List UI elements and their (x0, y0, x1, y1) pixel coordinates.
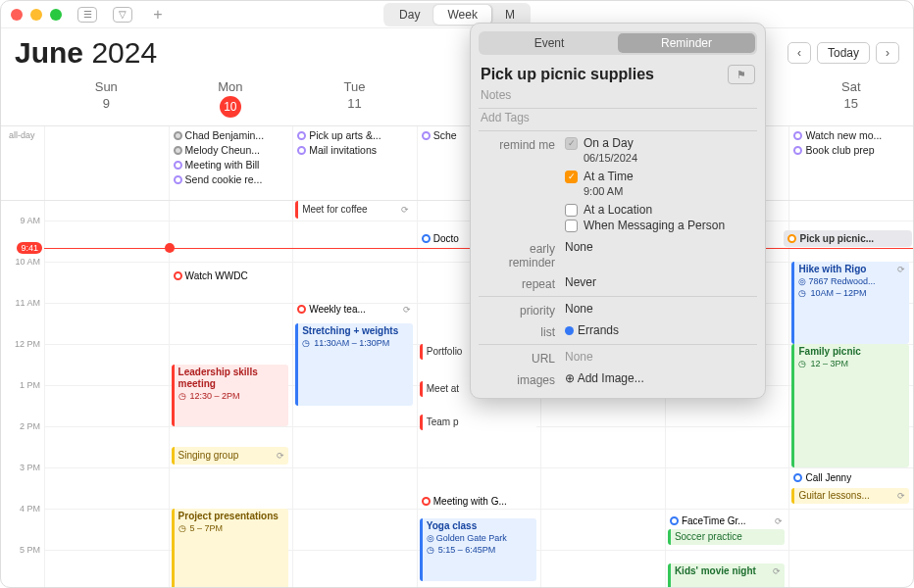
reminder-pickup-picnic[interactable]: Pick up picnic... (784, 230, 912, 247)
zoom-window-button[interactable] (50, 9, 62, 21)
event-soccer[interactable]: Soccer practice (668, 529, 786, 545)
today-button[interactable]: Today (817, 42, 870, 64)
day-header-today[interactable]: Mon10 (169, 74, 293, 125)
ring-icon (297, 305, 306, 314)
event-weekly-tea[interactable]: Weekly tea...⟳ (295, 303, 413, 316)
allday-event[interactable]: Mail invitations (295, 143, 415, 157)
clock-icon (178, 390, 188, 402)
reminder-dot-icon (174, 161, 182, 170)
event-facetime[interactable]: FaceTime Gr...⟳ (668, 514, 786, 527)
tags-input[interactable]: Add Tags (471, 111, 765, 128)
allday-col-mon: Chad Benjamin... Melody Cheun... Meeting… (169, 126, 293, 200)
reminder-dot-icon (174, 175, 182, 184)
notes-input[interactable]: Notes (471, 88, 765, 106)
ring-icon (670, 516, 679, 525)
add-image-button[interactable]: ⊕ Add Image... (565, 371, 755, 385)
window-titlebar: ☰ ▽ + Day Week M (1, 1, 913, 28)
reminder-popover: Event Reminder Pick up picnic supplies ⚑… (470, 23, 766, 399)
ring-icon (422, 234, 431, 243)
day-header[interactable]: Sat15 (788, 74, 913, 125)
allday-event[interactable]: Meeting with Bill (172, 158, 291, 172)
close-window-button[interactable] (11, 9, 23, 21)
time-gutter: 9 AM 9:41 10 AM 11 AM 12 PM 1 PM 2 PM 3 … (1, 201, 44, 588)
week-grid: 9 AM 9:41 10 AM 11 AM 12 PM 1 PM 2 PM 3 … (1, 201, 913, 588)
reminder-title-input[interactable]: Pick up picnic supplies (481, 66, 654, 83)
allday-event[interactable]: Pick up arts &... (295, 128, 415, 142)
repeat-value[interactable]: Never (565, 275, 755, 289)
month-title: June 2024 (15, 36, 157, 70)
at-time-value[interactable]: 9:00 AM (584, 185, 755, 197)
repeat-icon: ⟳ (897, 264, 905, 275)
event-yoga[interactable]: Yoga class ◎ Golden Gate Park 5:15 – 6:4… (420, 518, 537, 581)
view-day[interactable]: Day (385, 5, 433, 24)
event-guitar[interactable]: Guitar lessons...⟳ (791, 488, 909, 504)
repeat-icon: ⟳ (403, 305, 411, 315)
priority-label: priority (481, 302, 565, 318)
repeat-icon: ⟳ (401, 204, 409, 216)
event-call-jenny[interactable]: Call Jenny (791, 471, 909, 484)
clock-icon (178, 522, 188, 534)
add-event-button[interactable]: + (148, 7, 168, 23)
time-label: 12 PM (15, 339, 40, 349)
event-meeting-g[interactable]: Meeting with G... (420, 495, 537, 508)
minimize-window-button[interactable] (30, 9, 42, 21)
at-location-checkbox[interactable] (565, 204, 578, 217)
event-leadership[interactable]: Leadership skills meeting 12:30 – 2PM (172, 365, 289, 426)
on-day-date[interactable]: 06/15/2024 (584, 152, 755, 164)
person-dot-icon (174, 131, 182, 140)
allday-event[interactable]: Melody Cheun... (172, 143, 291, 157)
event-family-picnic[interactable]: Family picnic 12 – 3PM (791, 344, 909, 467)
next-week-button[interactable]: › (876, 42, 899, 64)
tab-event[interactable]: Event (481, 33, 618, 53)
repeat-label: repeat (481, 275, 565, 291)
when-messaging-checkbox[interactable] (565, 220, 578, 232)
prev-week-button[interactable]: ‹ (787, 42, 811, 64)
event-teamp[interactable]: Team p (420, 415, 537, 430)
tab-reminder[interactable]: Reminder (618, 33, 755, 53)
day-header[interactable]: Sun9 (44, 74, 169, 125)
time-label: 3 PM (20, 463, 40, 472)
repeat-icon: ⟳ (773, 565, 781, 577)
time-label: 4 PM (20, 504, 40, 514)
images-label: images (481, 371, 565, 387)
allday-event[interactable]: Chad Benjamin... (172, 128, 291, 142)
allday-event[interactable]: Send cookie re... (172, 172, 291, 186)
day-col-mon[interactable]: Watch WWDC Leadership skills meeting 12:… (169, 201, 293, 588)
time-label: 2 PM (20, 421, 40, 431)
event-singing[interactable]: Singing group⟳ (172, 447, 289, 465)
list-color-dot-icon (565, 326, 574, 335)
early-reminder-value[interactable]: None (565, 240, 755, 254)
popover-tabs: Event Reminder (479, 31, 757, 55)
day-col-sat[interactable]: Pick up picnic... Hike with Rigo⟳ ◎ 7867… (788, 201, 913, 588)
event-watch-wwdc[interactable]: Watch WWDC (172, 270, 289, 282)
allday-event[interactable]: Watch new mo... (791, 128, 911, 142)
list-value[interactable]: Errands (565, 323, 755, 337)
event-presentations[interactable]: Project presentations 5 – 7PM (172, 509, 289, 588)
event-hike[interactable]: Hike with Rigo⟳ ◎ 7867 Redwood... 10AM –… (791, 262, 909, 344)
reminder-dot-icon (793, 146, 802, 155)
allday-col-sat: Watch new mo... Book club prep (788, 126, 913, 200)
reminder-dot-icon (422, 131, 431, 140)
ring-icon (174, 271, 182, 280)
flag-button[interactable]: ⚑ (728, 65, 755, 84)
view-month[interactable]: M (491, 5, 529, 24)
day-header[interactable]: Tue11 (292, 74, 417, 125)
now-ball-icon (165, 243, 175, 253)
on-day-checkbox[interactable]: ✓ (565, 137, 578, 150)
allday-event[interactable]: Book club prep (791, 143, 911, 157)
view-week[interactable]: Week (433, 5, 490, 24)
event-coffee[interactable]: Meet for coffee⟳ (295, 201, 413, 219)
reminder-dot-icon (297, 146, 306, 155)
day-col-tue[interactable]: Meet for coffee⟳ Weekly tea...⟳ Stretchi… (292, 201, 417, 588)
day-col-sun[interactable] (44, 201, 169, 588)
url-input[interactable]: None (565, 350, 755, 364)
clock-icon (798, 358, 808, 369)
ring-icon (793, 473, 802, 482)
inbox-icon[interactable]: ▽ (113, 7, 132, 23)
at-time-checkbox[interactable]: ✓ (565, 171, 578, 183)
event-stretching[interactable]: Stretching + weights 11:30AM – 1:30PM (295, 323, 413, 406)
repeat-icon: ⟳ (277, 450, 284, 462)
event-movie-night[interactable]: Kids' movie night⟳ (668, 564, 786, 588)
sidebar-toggle-icon[interactable]: ☰ (77, 7, 97, 23)
priority-value[interactable]: None (565, 302, 755, 316)
